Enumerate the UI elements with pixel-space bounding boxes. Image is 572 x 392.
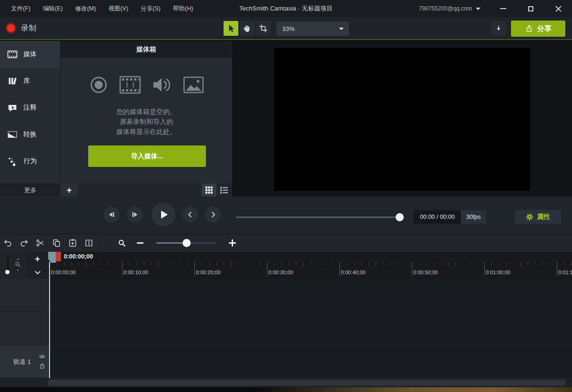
eye-icon[interactable] xyxy=(39,354,45,359)
chevron-down-icon xyxy=(476,8,480,10)
fps-display[interactable]: 30fps xyxy=(461,210,486,224)
sidebar-item-media[interactable]: 媒体 xyxy=(0,41,60,68)
sidebar-item-library[interactable]: 库 xyxy=(0,68,60,94)
ruler-tick-major xyxy=(339,262,340,276)
timeline-zoom-button[interactable] xyxy=(113,239,131,248)
plus-icon xyxy=(229,239,236,247)
undo-button[interactable] xyxy=(0,234,16,252)
ruler-tick xyxy=(187,262,188,265)
copy-button[interactable] xyxy=(49,234,65,252)
menu-edit[interactable]: 编辑(E) xyxy=(37,0,69,17)
ruler-tick-major xyxy=(122,262,123,276)
maximize-button[interactable] xyxy=(517,0,544,17)
window-controls xyxy=(489,0,572,17)
paste-button[interactable] xyxy=(65,234,81,252)
ruler-tick xyxy=(455,262,456,265)
canvas-zoom-dropdown[interactable]: 33% xyxy=(276,21,349,36)
ruler-tick xyxy=(64,262,64,265)
record-label: 录制 xyxy=(21,23,36,33)
play-button[interactable] xyxy=(152,203,175,227)
ruler-tick xyxy=(390,262,390,265)
zoom-out-button[interactable] xyxy=(131,242,150,244)
playhead-line[interactable] xyxy=(49,262,50,378)
empty-line: 屏幕录制和导入的 xyxy=(61,117,232,127)
pan-tool-button[interactable] xyxy=(240,21,255,36)
media-bin-empty-icons xyxy=(61,75,232,94)
lock-icon[interactable] xyxy=(40,363,45,369)
step-back-button[interactable] xyxy=(103,206,120,223)
timeline: + 0:00:00;000:00:10;000:00:20;000:00:30;… xyxy=(0,252,572,378)
media-bin-empty-text: 您的媒体箱是空的。 屏幕录制和导入的 媒体将显示在此处。 xyxy=(61,107,232,137)
ruler-tick xyxy=(317,262,318,265)
cut-button[interactable] xyxy=(32,234,49,252)
sidebar-more-button[interactable]: 更多 xyxy=(0,184,61,196)
sidebar-item-annotations[interactable]: 注释 xyxy=(0,94,60,121)
crop-tool-button[interactable] xyxy=(256,21,271,36)
minimize-button[interactable] xyxy=(489,0,517,17)
preview-canvas[interactable] xyxy=(274,48,530,191)
slider-track-empty xyxy=(186,242,216,244)
ruler-tick xyxy=(564,262,564,265)
ruler-tick xyxy=(506,262,507,265)
detach-panel-button[interactable] xyxy=(491,21,506,36)
media-clip-icon xyxy=(7,50,18,59)
camtasia-window: 文件(F) 编辑(E) 修改(M) 视图(V) 分享(S) 帮助(H) Tech… xyxy=(0,0,572,392)
timeline-ruler[interactable]: 0:00:00;000:00:10;000:00:20;000:00:30;00… xyxy=(0,262,572,279)
menu-modify[interactable]: 修改(M) xyxy=(69,0,102,17)
ruler-tick xyxy=(136,262,137,265)
ruler-tick xyxy=(289,262,289,265)
track-header-empty xyxy=(0,279,49,311)
list-view-button[interactable] xyxy=(216,184,231,196)
sidebar: 媒体 库 注释 转换 行为 更多 xyxy=(0,41,61,196)
ruler-tick xyxy=(550,262,550,265)
playhead-out-handle[interactable] xyxy=(56,252,61,261)
track-name: 轨道 1 xyxy=(13,358,31,366)
properties-button[interactable]: 属性 xyxy=(515,210,561,224)
sidebar-item-transitions[interactable]: 转换 xyxy=(0,121,60,148)
ruler-tick-major xyxy=(412,262,412,276)
account-menu[interactable]: 798755200@qq.com xyxy=(419,0,480,17)
sidebar-item-behaviors[interactable]: 行为 xyxy=(0,148,60,175)
track-lane[interactable] xyxy=(49,311,572,346)
menu-share[interactable]: 分享(S) xyxy=(134,0,167,17)
ruler-tick xyxy=(477,262,478,265)
timeline-zoom-slider[interactable] xyxy=(156,234,216,252)
step-forward-button[interactable] xyxy=(127,206,143,223)
playhead-in-handle[interactable] xyxy=(48,252,56,263)
share-label: 分享 xyxy=(537,24,552,33)
preview-scrubber[interactable] xyxy=(236,217,403,218)
ruler-tick xyxy=(245,262,245,265)
share-button[interactable]: 分享 xyxy=(511,21,565,37)
previous-clip-button[interactable] xyxy=(182,206,198,223)
slider-handle[interactable] xyxy=(183,239,191,247)
select-tool-button[interactable] xyxy=(224,21,238,36)
track-lane[interactable] xyxy=(49,279,572,311)
ruler-tick-major xyxy=(484,262,485,276)
grid-view-icon xyxy=(205,186,213,194)
close-button[interactable] xyxy=(544,0,572,17)
horizontal-scrollbar[interactable] xyxy=(0,378,572,387)
step-forward-icon xyxy=(131,210,139,219)
menu-file[interactable]: 文件(F) xyxy=(5,0,37,17)
empty-line: 您的媒体箱是空的。 xyxy=(61,107,232,117)
timeline-zoom-controls xyxy=(113,234,242,252)
split-button[interactable] xyxy=(81,234,97,252)
redo-button[interactable] xyxy=(16,234,32,252)
track-lane-1[interactable] xyxy=(49,346,572,378)
menu-view[interactable]: 视图(V) xyxy=(102,0,134,17)
ruler-tick xyxy=(100,262,101,265)
export-icon xyxy=(525,24,533,33)
magnifier-icon xyxy=(118,239,126,248)
gear-icon xyxy=(526,213,533,221)
scrollbar-thumb[interactable] xyxy=(48,380,565,386)
main-toolbar: 录制 33% xyxy=(0,17,572,40)
add-media-button[interactable]: + xyxy=(61,184,78,196)
import-media-button[interactable]: 导入媒体... xyxy=(88,145,206,167)
zoom-in-button[interactable] xyxy=(223,239,242,247)
grid-view-button[interactable] xyxy=(202,184,216,196)
track-header-1[interactable]: 轨道 1 xyxy=(0,346,49,378)
next-clip-button[interactable] xyxy=(205,206,221,223)
scrubber-handle[interactable] xyxy=(396,213,404,221)
menu-help[interactable]: 帮助(H) xyxy=(167,0,199,17)
record-button[interactable]: 录制 xyxy=(6,17,36,39)
